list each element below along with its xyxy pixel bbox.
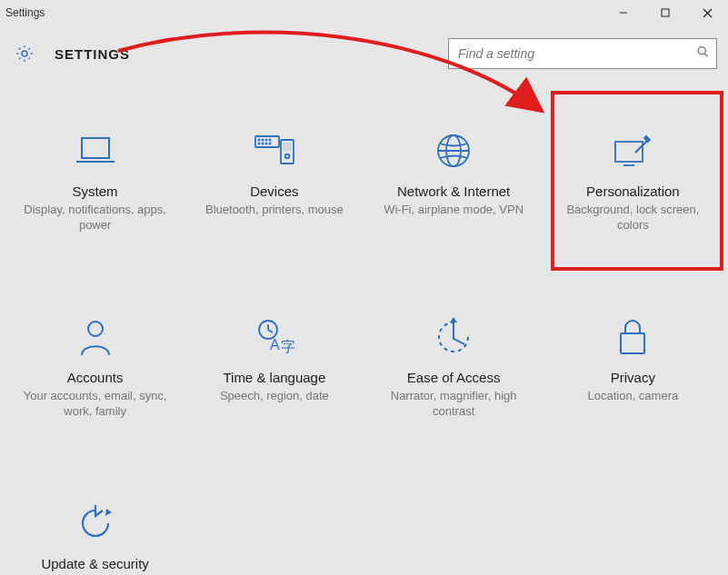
tile-desc: Narrator, magnifier, high contrast [372, 389, 536, 420]
tile-desc: Display, notifications, apps, power [13, 203, 177, 233]
tile-ease-of-access[interactable]: Ease of Access Narrator, magnifier, high… [364, 308, 544, 431]
svg-rect-24 [615, 142, 643, 162]
header: SETTINGS [0, 25, 728, 76]
svg-line-29 [268, 330, 273, 332]
svg-point-12 [265, 139, 266, 140]
svg-text:A: A [270, 337, 280, 352]
close-button[interactable] [686, 0, 728, 25]
tile-title: Update & security [13, 556, 177, 571]
tile-personalization[interactable]: Personalization Background, lock screen,… [544, 122, 723, 244]
svg-point-10 [258, 139, 259, 140]
svg-point-14 [258, 143, 259, 144]
devices-icon [192, 129, 356, 173]
window-controls [603, 0, 728, 25]
globe-icon [372, 129, 536, 173]
svg-marker-32 [450, 317, 457, 322]
svg-rect-9 [255, 136, 279, 147]
tile-update-security[interactable]: Update & security [5, 494, 184, 575]
svg-point-11 [262, 139, 263, 140]
svg-text:字: 字 [281, 339, 295, 354]
svg-marker-34 [105, 509, 112, 516]
tile-title: Personalization [551, 183, 715, 199]
tile-desc: Location, camera [551, 389, 715, 404]
tile-title: Network & Internet [372, 183, 536, 199]
tile-title: System [13, 183, 177, 199]
tile-desc: Wi-Fi, airplane mode, VPN [372, 203, 536, 218]
time-language-icon: A 字 [192, 315, 356, 359]
ease-of-access-icon [372, 315, 536, 359]
svg-rect-7 [82, 138, 109, 158]
tile-network[interactable]: Network & Internet Wi-Fi, airplane mode,… [364, 122, 544, 244]
search-icon [696, 45, 710, 63]
laptop-icon [13, 129, 177, 173]
svg-point-17 [269, 143, 270, 144]
svg-rect-19 [284, 144, 291, 150]
person-icon [13, 315, 177, 359]
tile-desc: Your accounts, email, sync, work, family [13, 389, 177, 420]
search-input[interactable] [448, 38, 717, 69]
search-container [448, 38, 717, 69]
tile-privacy[interactable]: Privacy Location, camera [544, 308, 723, 431]
svg-rect-1 [662, 9, 669, 16]
tile-system[interactable]: System Display, notifications, apps, pow… [5, 122, 184, 244]
svg-point-26 [88, 322, 103, 336]
svg-point-4 [22, 51, 27, 56]
settings-grid: System Display, notifications, apps, pow… [0, 76, 728, 575]
lock-icon [551, 315, 715, 359]
tile-desc: Bluetooth, printers, mouse [192, 203, 356, 218]
tile-title: Accounts [13, 370, 177, 385]
gear-icon [15, 44, 35, 64]
tile-title: Time & language [192, 370, 356, 385]
minimize-button[interactable] [603, 0, 644, 25]
page-title: SETTINGS [55, 46, 130, 62]
svg-line-6 [704, 54, 707, 56]
tile-desc: Speech, region, date [192, 389, 356, 404]
tile-time-language[interactable]: A 字 Time & language Speech, region, date [184, 308, 364, 431]
tile-devices[interactable]: Devices Bluetooth, printers, mouse [184, 122, 364, 244]
svg-point-13 [269, 139, 270, 140]
window-title: Settings [5, 6, 45, 19]
svg-point-20 [284, 154, 289, 159]
tile-title: Ease of Access [372, 370, 536, 385]
svg-rect-33 [621, 333, 644, 353]
maximize-button[interactable] [644, 0, 686, 25]
tile-title: Devices [192, 183, 356, 199]
titlebar: Settings [0, 0, 728, 25]
tile-accounts[interactable]: Accounts Your accounts, email, sync, wor… [5, 308, 184, 431]
svg-point-5 [698, 47, 705, 55]
update-icon [13, 501, 177, 545]
tile-title: Privacy [551, 370, 715, 385]
svg-point-16 [265, 143, 266, 144]
tile-desc: Background, lock screen, colors [551, 203, 715, 233]
svg-point-15 [262, 143, 263, 144]
personalization-icon [551, 129, 715, 173]
